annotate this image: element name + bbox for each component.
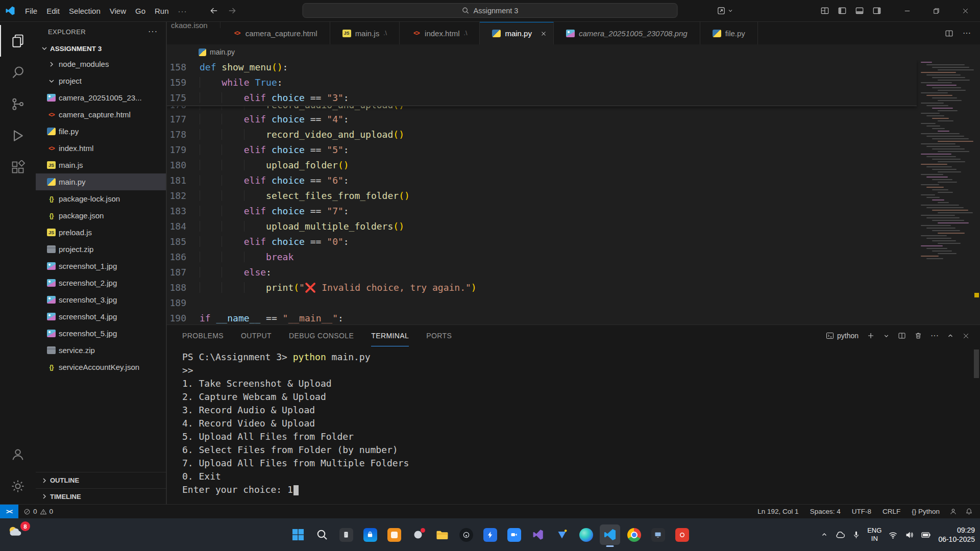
- volume-icon[interactable]: [904, 530, 914, 540]
- explorer-icon[interactable]: [0, 25, 36, 57]
- search-icon[interactable]: [0, 57, 36, 88]
- language-indicator[interactable]: ENGIN: [867, 527, 881, 542]
- file-item-index.html[interactable]: <>index.html: [36, 140, 166, 157]
- file-item-camera_20251005_23...[interactable]: camera_20251005_23...: [36, 89, 166, 106]
- taskbar-search-icon[interactable]: [312, 524, 332, 545]
- panel-tab-terminal[interactable]: TERMINAL: [371, 325, 409, 346]
- minimize-button[interactable]: [893, 0, 922, 21]
- file-item-project.zip[interactable]: project.zip: [36, 241, 166, 258]
- section-timeline[interactable]: TIMELINE: [36, 488, 166, 504]
- zoom-icon[interactable]: [504, 524, 524, 545]
- close-window-button[interactable]: [951, 0, 980, 21]
- widgets-button[interactable]: 8: [7, 523, 31, 546]
- kill-terminal-icon[interactable]: [914, 332, 922, 340]
- breadcrumb[interactable]: main.py: [167, 44, 980, 60]
- menu-view[interactable]: View: [105, 5, 131, 17]
- panel-tab-debug-console[interactable]: DEBUG CONSOLE: [289, 325, 354, 346]
- explorer-more-actions-icon[interactable]: ···: [148, 27, 158, 36]
- editor-tab-camera_capture.html[interactable]: <>camera_capture.html: [220, 22, 330, 44]
- microphone-icon[interactable]: [852, 531, 861, 539]
- terminal-dropdown-icon[interactable]: [883, 333, 890, 339]
- eol-indicator[interactable]: CRLF: [877, 508, 906, 515]
- panel-more-actions-icon[interactable]: ···: [930, 331, 939, 340]
- app-icon-red[interactable]: [672, 524, 692, 545]
- source-control-icon[interactable]: [0, 88, 36, 120]
- editor-tab-main.js[interactable]: JSmain.js.\: [330, 22, 400, 44]
- terminal-scrollbar[interactable]: [974, 349, 979, 378]
- file-item-main.py[interactable]: main.py: [36, 173, 166, 190]
- maximize-panel-icon[interactable]: [947, 332, 954, 339]
- toggle-sidebar-icon[interactable]: [838, 6, 847, 15]
- editor-tab-camera_20251005_230708.png[interactable]: camera_20251005_230708.png: [554, 22, 700, 44]
- cursor-position-indicator[interactable]: Ln 192, Col 1: [752, 508, 804, 515]
- wifi-icon[interactable]: [888, 530, 898, 540]
- app-icon-triangle[interactable]: [552, 524, 572, 545]
- problems-indicator[interactable]: 0 0: [18, 508, 58, 515]
- file-item-project[interactable]: project: [36, 72, 166, 89]
- command-center-search[interactable]: Assignment 3: [303, 3, 678, 18]
- vscode-taskbar-icon[interactable]: [600, 524, 620, 545]
- file-item-screenshot_4.jpg[interactable]: screenshot_4.jpg: [36, 308, 166, 325]
- minimap[interactable]: [919, 62, 973, 324]
- file-item-screenshot_5.jpg[interactable]: screenshot_5.jpg: [36, 325, 166, 342]
- file-item-serviceAccountKey.json[interactable]: {}serviceAccountKey.json: [36, 359, 166, 375]
- app-icon-dark-2[interactable]: [648, 524, 668, 545]
- file-item-package-lock.json[interactable]: {}package-lock.json: [36, 190, 166, 207]
- split-editor-icon[interactable]: [945, 29, 953, 38]
- visual-studio-icon[interactable]: [528, 524, 548, 545]
- settings-gear-icon[interactable]: [0, 470, 36, 502]
- indentation-indicator[interactable]: Spaces: 4: [804, 508, 846, 515]
- restore-button[interactable]: [922, 0, 951, 21]
- extensions-icon[interactable]: [0, 152, 36, 183]
- file-item-main.js[interactable]: JSmain.js: [36, 157, 166, 173]
- battery-icon[interactable]: [921, 530, 932, 540]
- customize-layout-icon[interactable]: [820, 6, 829, 15]
- panel-tab-problems[interactable]: PROBLEMS: [182, 325, 224, 346]
- app-icon-blue[interactable]: [480, 524, 500, 545]
- file-explorer-icon[interactable]: [432, 524, 452, 545]
- run-debug-icon[interactable]: [0, 120, 36, 152]
- nav-back-icon[interactable]: [209, 6, 218, 15]
- file-item-node_modules[interactable]: node_modules: [36, 56, 166, 72]
- split-terminal-icon[interactable]: [898, 332, 906, 340]
- editor-pane[interactable]: 176 record_audio_and_upload()177 elif ch…: [167, 60, 980, 324]
- encoding-indicator[interactable]: UTF-8: [846, 508, 877, 515]
- file-item-package.json[interactable]: {}package.json: [36, 207, 166, 224]
- app-icon-orange[interactable]: [384, 524, 404, 545]
- menu-run[interactable]: Run: [150, 5, 174, 17]
- onedrive-cloud-icon[interactable]: [835, 530, 845, 540]
- editor-tab-ckage.json[interactable]: ckage.json: [167, 22, 220, 28]
- remote-indicator[interactable]: ><: [0, 505, 18, 518]
- toggle-secondary-sidebar-icon[interactable]: [872, 6, 881, 15]
- language-mode-indicator[interactable]: {} Python: [906, 508, 945, 515]
- toggle-panel-icon[interactable]: [855, 6, 864, 15]
- menu-file[interactable]: File: [20, 5, 42, 17]
- edge-icon[interactable]: [576, 524, 596, 545]
- menu-edit[interactable]: Edit: [42, 5, 64, 17]
- menu-overflow[interactable]: ···: [174, 5, 192, 17]
- file-item-service.zip[interactable]: service.zip: [36, 342, 166, 359]
- file-item-file.py[interactable]: file.py: [36, 123, 166, 140]
- panel-tab-ports[interactable]: PORTS: [426, 325, 452, 346]
- terminal-shell-selector[interactable]: python: [826, 332, 859, 340]
- menu-selection[interactable]: Selection: [64, 5, 105, 17]
- app-icon-dark[interactable]: [336, 524, 356, 545]
- nav-forward-icon[interactable]: [228, 6, 237, 15]
- close-tab-icon[interactable]: [540, 30, 547, 37]
- editor-tab-index.html[interactable]: <>index.html.\: [400, 22, 480, 44]
- close-panel-icon[interactable]: [962, 332, 970, 340]
- account-icon[interactable]: [0, 439, 36, 470]
- file-item-screenshot_2.jpg[interactable]: screenshot_2.jpg: [36, 274, 166, 291]
- file-item-screenshot_3.jpg[interactable]: screenshot_3.jpg: [36, 291, 166, 308]
- app-icon-notification[interactable]: [408, 524, 428, 545]
- editor-more-actions-icon[interactable]: ···: [963, 29, 971, 38]
- notifications-bell-icon[interactable]: [961, 508, 980, 515]
- overview-ruler[interactable]: [973, 60, 980, 324]
- section-outline[interactable]: OUTLINE: [36, 472, 166, 488]
- start-button[interactable]: [288, 524, 308, 545]
- menu-go[interactable]: Go: [131, 5, 150, 17]
- file-item-camera_capture.html[interactable]: <>camera_capture.html: [36, 106, 166, 123]
- file-item-preload.js[interactable]: JSpreload.js: [36, 224, 166, 241]
- panel-tab-output[interactable]: OUTPUT: [241, 325, 272, 346]
- terminal[interactable]: PS C:\Assignment 3> python main.py>>1. T…: [167, 346, 980, 504]
